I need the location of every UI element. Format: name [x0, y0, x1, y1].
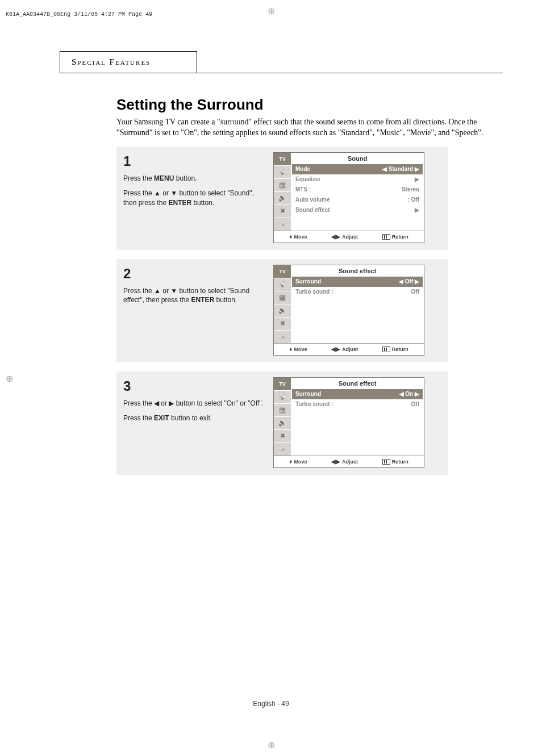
updown-icon: ♦ — [289, 346, 292, 352]
crop-mark-top: ⊕ — [268, 6, 275, 16]
osd-footer: ♦Move ◀▶Adjust Return — [274, 231, 424, 243]
antenna-icon — [274, 391, 291, 404]
osd-sidebar: TV — [274, 378, 291, 456]
picture-icon — [274, 179, 291, 192]
osd-row-surround: Surround◀ Off ▶ — [292, 277, 423, 287]
step-1: 1 Press the MENU button. Press the ▲ or … — [116, 147, 448, 250]
setup-icon — [274, 430, 291, 443]
section-header: Special Features — [60, 51, 197, 73]
sound-icon — [274, 304, 291, 318]
leftright-icon: ◀▶ — [331, 346, 340, 352]
antenna-icon — [274, 166, 291, 179]
osd-row-mts: MTS :Stereo — [295, 185, 419, 195]
step-text: Press the ◀ or ▶ button to select "On" o… — [123, 399, 265, 408]
setup-icon — [274, 318, 291, 331]
osd-row-surround: Surround◀ On ▶ — [292, 389, 423, 399]
return-icon — [382, 346, 390, 352]
leftright-icon: ◀▶ — [331, 458, 340, 465]
step-number: 1 — [123, 152, 265, 170]
picture-icon — [274, 291, 291, 304]
osd-title: Sound effect — [295, 380, 419, 387]
step-text: Press the ▲ or ▼ button to select "Sound… — [123, 189, 265, 207]
osd-row-turbosound: Turbo sound :Off — [295, 399, 419, 410]
equalizer-icon — [274, 218, 291, 231]
updown-icon: ♦ — [289, 458, 292, 465]
osd-screenshot-soundeffect-on: TV Sound effect Surround◀ On ▶ Turbo sou… — [273, 377, 424, 468]
updown-icon: ♦ — [289, 233, 292, 240]
return-icon — [382, 234, 390, 240]
page-title: Setting the Surround — [116, 96, 503, 114]
osd-tab-tv: TV — [274, 153, 291, 166]
osd-tab-tv: TV — [274, 265, 291, 278]
intro-paragraph: Your Samsung TV can create a "surround" … — [116, 117, 503, 139]
sound-icon — [274, 192, 291, 205]
running-head: K61A_AA03447B_00Eng 3/11/05 4:27 PM Page… — [6, 11, 152, 18]
osd-row-soundeffect: Sound effect▶ — [295, 205, 419, 215]
step-number: 3 — [123, 377, 265, 395]
step-3: 3 Press the ◀ or ▶ button to select "On"… — [116, 371, 448, 475]
step-text: Press the EXIT button to exit. — [123, 413, 265, 423]
osd-title: Sound effect — [295, 268, 419, 274]
step-2: 2 Press the ▲ or ▼ button to select "Sou… — [116, 259, 448, 362]
step-text: Press the MENU button. — [123, 174, 265, 183]
osd-row-equalizer: Equalizer▶ — [295, 174, 419, 185]
sound-icon — [274, 417, 291, 430]
step-number: 2 — [123, 265, 265, 283]
equalizer-icon — [274, 443, 291, 456]
osd-sidebar: TV — [274, 265, 291, 343]
osd-row-mode: Mode◀ Standard ▶ — [292, 164, 423, 174]
osd-tab-tv: TV — [274, 378, 291, 391]
page-footer: English - 49 — [0, 700, 542, 708]
osd-row-turbosound: Turbo sound :Off — [295, 287, 419, 297]
step-text: Press the ▲ or ▼ button to select "Sound… — [123, 286, 265, 304]
osd-screenshot-sound: TV Sound Mode◀ Standard ▶ Equalizer▶ MTS… — [273, 152, 424, 243]
leftright-icon: ◀▶ — [331, 233, 340, 240]
equalizer-icon — [274, 331, 291, 343]
setup-icon — [274, 205, 291, 218]
crop-mark-left: ⊕ — [6, 373, 13, 383]
osd-title: Sound — [295, 155, 419, 162]
osd-footer: ♦Move ◀▶Adjust Return — [274, 343, 424, 355]
osd-footer: ♦Move ◀▶Adjust Return — [274, 456, 424, 467]
crop-mark-bottom: ⊕ — [268, 740, 275, 750]
osd-sidebar: TV — [274, 153, 291, 231]
osd-screenshot-soundeffect-off: TV Sound effect Surround◀ Off ▶ Turbo so… — [273, 265, 424, 356]
osd-row-autovolume: Auto volume: Off — [295, 195, 419, 205]
return-icon — [382, 459, 390, 465]
picture-icon — [274, 404, 291, 417]
antenna-icon — [274, 278, 291, 291]
